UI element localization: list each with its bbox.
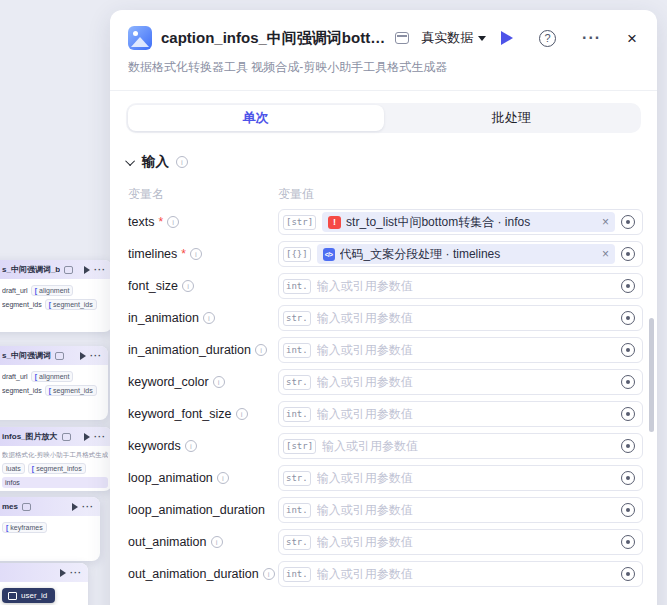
node-more-icon[interactable]: [94, 432, 106, 442]
field-label: infos: [5, 479, 20, 486]
data-mode-dropdown[interactable]: 真实数据: [421, 29, 486, 47]
column-value: 变量值: [278, 186, 314, 203]
remove-value-icon[interactable]: [602, 248, 609, 260]
tab-single[interactable]: 单次: [128, 105, 384, 131]
detail-icon[interactable]: [64, 266, 73, 274]
reference-icon[interactable]: [621, 407, 635, 421]
reference-icon[interactable]: [621, 311, 635, 325]
detail-icon[interactable]: [55, 352, 64, 360]
scrollbar[interactable]: [649, 318, 654, 432]
param-name: in_animation_duration: [128, 343, 251, 357]
value-field[interactable]: str. 输入或引用参数值: [278, 305, 643, 331]
value-field[interactable]: [str] str_to_list中间bottom转集合 · infos: [278, 209, 643, 235]
type-badge: [{}]: [283, 247, 311, 262]
value-field[interactable]: [{}] 代码_文案分段处理 · timelines: [278, 241, 643, 267]
info-icon[interactable]: [255, 344, 267, 356]
reference-icon[interactable]: [621, 535, 635, 549]
reference-icon[interactable]: [621, 471, 635, 485]
input-section-header[interactable]: 输入: [128, 153, 639, 171]
field-tag[interactable]: alignment: [31, 371, 74, 382]
info-icon[interactable]: [236, 408, 248, 420]
type-badge: [str]: [283, 215, 316, 230]
reference-icon[interactable]: [621, 503, 635, 517]
info-icon[interactable]: [182, 280, 194, 292]
info-icon[interactable]: [185, 440, 197, 452]
param-name: keywords: [128, 439, 181, 453]
field-label: segment_ids: [2, 387, 42, 394]
reference-icon[interactable]: [621, 279, 635, 293]
reference-icon[interactable]: [621, 375, 635, 389]
remove-value-icon[interactable]: [602, 216, 609, 228]
node-run-icon[interactable]: [84, 266, 90, 274]
value-field[interactable]: int. 输入或引用参数值: [278, 337, 643, 363]
node-config-panel: caption_infos_中间强调词bott… 真实数据 数据格式化转换器工具…: [110, 10, 657, 605]
braces-icon: [6, 524, 8, 531]
info-icon[interactable]: [190, 248, 202, 260]
info-icon[interactable]: [176, 156, 188, 168]
canvas-node-infos-zoom[interactable]: infos_图片放大 数据格式化-剪映小助手工具格式生成器 luatssegme…: [0, 427, 112, 491]
info-icon[interactable]: [167, 216, 179, 228]
canvas-node-caption-b[interactable]: s_中间强调词_b··· draft_urlalignment segment_…: [0, 260, 112, 332]
node-title: infos_图片放大: [2, 431, 58, 442]
help-icon[interactable]: [539, 30, 556, 47]
field-label: draft_url: [2, 287, 28, 294]
value-field[interactable]: int. 输入或引用参数值: [278, 401, 643, 427]
field-tag[interactable]: keyframes: [2, 522, 47, 533]
param-name: out_animation_duration: [128, 567, 259, 581]
canvas-node-caption[interactable]: s_中间强调词 draft_urlalignment segment_idsse…: [0, 346, 108, 420]
node-run-icon[interactable]: [72, 503, 78, 511]
selected-output-chip[interactable]: user_id: [2, 588, 55, 603]
field-tag[interactable]: segment_ids: [45, 385, 97, 396]
info-icon[interactable]: [203, 312, 215, 324]
detail-icon[interactable]: [395, 32, 409, 44]
param-label: keyword_font_size: [128, 407, 278, 421]
info-icon[interactable]: [263, 568, 275, 580]
node-more-icon[interactable]: [90, 351, 102, 361]
more-icon[interactable]: [582, 29, 601, 47]
value-field[interactable]: str. 输入或引用参数值: [278, 369, 643, 395]
value-field[interactable]: str. 输入或引用参数值: [278, 465, 643, 491]
run-button[interactable]: [501, 31, 513, 45]
param-label: texts: [128, 215, 278, 229]
close-icon[interactable]: [627, 30, 637, 47]
reference-icon[interactable]: [621, 439, 635, 453]
param-name: timelines: [128, 247, 177, 261]
value-chip[interactable]: str_to_list中间bottom转集合 · infos: [322, 212, 615, 232]
field-tag[interactable]: luats: [2, 463, 25, 474]
detail-icon[interactable]: [22, 503, 31, 511]
required-star: [158, 215, 163, 229]
reference-icon[interactable]: [621, 215, 635, 229]
value-field[interactable]: int. 输入或引用参数值: [278, 497, 643, 523]
node-more-icon[interactable]: [94, 265, 106, 275]
field-tag[interactable]: segment_infos: [28, 463, 86, 474]
reference-icon[interactable]: [621, 343, 635, 357]
node-run-icon[interactable]: [84, 433, 90, 441]
node-more-icon[interactable]: [82, 502, 94, 512]
input-row: out_animation str. 输入或引用参数值: [128, 529, 643, 555]
canvas-node-keyframes[interactable]: mes keyframes: [0, 497, 100, 561]
value-field[interactable]: [str] 输入或引用参数值: [278, 433, 643, 459]
field-tag[interactable]: alignment: [31, 285, 74, 296]
type-badge: int.: [283, 503, 311, 518]
info-icon[interactable]: [211, 536, 223, 548]
info-icon[interactable]: [213, 376, 225, 388]
tab-batch[interactable]: 批处理: [384, 105, 640, 131]
required-star: [181, 247, 186, 261]
detail-icon[interactable]: [62, 433, 71, 441]
node-run-icon[interactable]: [60, 569, 66, 577]
value-field[interactable]: int. 输入或引用参数值: [278, 561, 643, 587]
param-name: in_animation: [128, 311, 199, 325]
info-icon[interactable]: [217, 472, 229, 484]
warning-icon: [328, 216, 341, 229]
input-row: loop_animation str. 输入或引用参数值: [128, 465, 643, 491]
value-field[interactable]: str. 输入或引用参数值: [278, 529, 643, 555]
column-name: 变量名: [128, 186, 278, 203]
value-field[interactable]: int. 输入或引用参数值: [278, 273, 643, 299]
node-run-icon[interactable]: [80, 352, 86, 360]
reference-icon[interactable]: [621, 567, 635, 581]
value-chip[interactable]: 代码_文案分段处理 · timelines: [317, 244, 615, 264]
field-tag[interactable]: segment_ids: [45, 299, 97, 310]
node-more-icon[interactable]: [70, 568, 82, 578]
reference-icon[interactable]: [621, 247, 635, 261]
input-row: keywords [str] 输入或引用参数值: [128, 433, 643, 459]
